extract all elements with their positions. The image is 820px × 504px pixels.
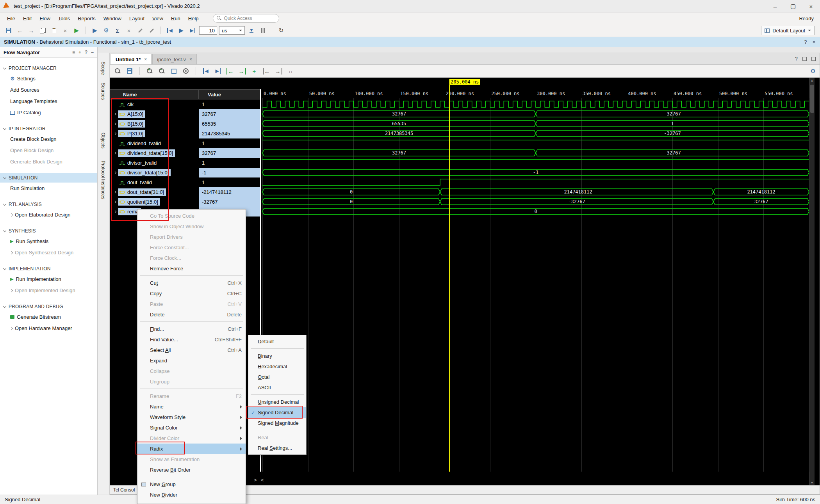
- menu-item-octal[interactable]: Octal: [248, 372, 306, 382]
- sidebar-item-create-block-design[interactable]: Create Block Design: [0, 133, 97, 145]
- sidebar-item-run-implementation[interactable]: ▶Run Implementation: [0, 273, 97, 285]
- menu-item-waveform-style[interactable]: Waveform Style: [137, 412, 246, 422]
- caption-close-icon[interactable]: ×: [812, 39, 815, 45]
- flow-section-title-synthesis[interactable]: SYNTHESIS: [0, 226, 97, 236]
- save-icon[interactable]: [4, 26, 13, 35]
- menu-item-show-in-object-window[interactable]: Show in Object Window: [137, 221, 246, 232]
- menubar-item-run[interactable]: Run: [167, 14, 184, 23]
- cancel-icon[interactable]: ×: [124, 26, 134, 35]
- menubar-item-layout[interactable]: Layout: [125, 14, 148, 23]
- menu-item-find-value[interactable]: Find Value...Ctrl+Shift+F: [137, 334, 246, 345]
- menu-item-paste[interactable]: PasteCtrl+V: [137, 299, 246, 309]
- signal-row[interactable]: clk1: [110, 99, 260, 109]
- run-for-time-icon[interactable]: ▼: [247, 26, 256, 35]
- menu-item-new-virtual-bus[interactable]: New Virtual Bus: [137, 500, 246, 504]
- expander-icon[interactable]: [112, 152, 118, 154]
- menu-item-unsigned-decimal[interactable]: Unsigned Decimal: [248, 397, 306, 407]
- menubar-item-file[interactable]: File: [3, 14, 19, 23]
- menu-item-select-all[interactable]: Select AllCtrl+A: [137, 345, 246, 355]
- flownav-help-icon[interactable]: ?: [85, 50, 87, 55]
- sidebar-item-open-hardware-manager[interactable]: Open Hardware Manager: [0, 323, 97, 334]
- menubar-item-tools[interactable]: Tools: [54, 14, 74, 23]
- expander-icon[interactable]: [112, 211, 118, 213]
- sidebar-item-run-synthesis[interactable]: ▶Run Synthesis: [0, 236, 97, 247]
- menu-item-find[interactable]: Find...Ctrl+F: [137, 324, 246, 334]
- tab-untitled-1[interactable]: Untitled 1*×: [111, 54, 152, 64]
- close-tab-icon[interactable]: ×: [144, 57, 147, 62]
- swap-cursor-icon[interactable]: ↔: [286, 66, 295, 76]
- menu-item-ungroup[interactable]: Ungroup: [137, 376, 246, 387]
- menubar-item-flow[interactable]: Flow: [36, 14, 54, 23]
- delete-icon[interactable]: ×: [61, 26, 70, 35]
- paste-icon[interactable]: [49, 26, 59, 35]
- flow-section-title-simulation[interactable]: SIMULATION: [0, 173, 97, 183]
- float-window-icon[interactable]: [802, 57, 807, 61]
- side-tab-protocol-instances[interactable]: Protocol Instances: [100, 161, 106, 199]
- expander-icon[interactable]: [112, 123, 118, 125]
- menu-item-collapse[interactable]: Collapse: [137, 366, 246, 376]
- simulation-time-input[interactable]: 10: [199, 26, 217, 35]
- previous-marker-icon[interactable]: ←: [262, 66, 271, 76]
- menu-item-name[interactable]: Name: [137, 401, 246, 412]
- scrollbar-thumb[interactable]: [810, 85, 814, 113]
- side-tab-objects[interactable]: Objects: [100, 133, 106, 149]
- scroll-left-icon[interactable]: <: [261, 477, 264, 483]
- undo-icon[interactable]: ←: [15, 26, 25, 35]
- menu-item-signed-magnitude[interactable]: Signed Magnitude: [248, 418, 306, 428]
- sidebar-item-generate-block-design[interactable]: Generate Block Design: [0, 156, 97, 167]
- zoom-in-icon[interactable]: +: [145, 66, 154, 76]
- menu-item-signal-color[interactable]: Signal Color: [137, 422, 246, 433]
- zoom-fit-icon[interactable]: [169, 66, 178, 76]
- run-all-icon[interactable]: ▶: [176, 26, 186, 35]
- restart-icon[interactable]: ▶: [90, 26, 100, 35]
- sidebar-item-open-elaborated-design[interactable]: Open Elaborated Design: [0, 209, 97, 220]
- zoom-to-cursor-icon[interactable]: [181, 66, 191, 76]
- flownav-minimize-icon[interactable]: –: [91, 50, 94, 55]
- time-cursor[interactable]: [449, 85, 450, 472]
- maximize-button[interactable]: ▢: [784, 0, 802, 12]
- next-marker-icon[interactable]: →: [274, 66, 283, 76]
- sidebar-item-open-implemented-design[interactable]: Open Implemented Design: [0, 285, 97, 296]
- menu-item-binary[interactable]: Binary: [248, 351, 306, 361]
- step-icon[interactable]: ▶: [188, 26, 197, 35]
- layout-selector[interactable]: Default Layout: [761, 26, 815, 35]
- time-unit-select[interactable]: us: [219, 26, 245, 35]
- menubar-item-view[interactable]: View: [148, 14, 167, 23]
- sidebar-item-generate-bitstream[interactable]: Generate Bitstream: [0, 311, 97, 323]
- value-column-header[interactable]: Value: [199, 89, 260, 99]
- previous-transition-icon[interactable]: ←: [225, 66, 235, 76]
- menu-item-delete[interactable]: DeleteDelete: [137, 309, 246, 320]
- flow-section-title-implementation[interactable]: IMPLEMENTATION: [0, 264, 97, 273]
- menu-item-expand[interactable]: Expand: [137, 355, 246, 366]
- scroll-right-icon[interactable]: >: [254, 477, 257, 483]
- menu-item-signed-decimal[interactable]: ✓Signed Decimal: [248, 407, 306, 418]
- signal-row[interactable]: dout_tdata[31:0]-2147418112: [110, 187, 260, 197]
- expander-icon[interactable]: [112, 191, 118, 193]
- name-column-header[interactable]: Name: [110, 89, 199, 99]
- vertical-scrollbar[interactable]: ▲ ▼: [809, 78, 815, 485]
- redo-icon[interactable]: →: [27, 26, 36, 35]
- flownav-expand-icon[interactable]: +: [78, 50, 81, 55]
- flownav-collapse-icon[interactable]: ≡: [72, 50, 75, 55]
- minimize-button[interactable]: –: [766, 0, 784, 12]
- signal-row[interactable]: B[15:0]65535: [110, 119, 260, 129]
- close-tab-icon[interactable]: ×: [189, 57, 192, 62]
- menu-item-ascii[interactable]: ASCII: [248, 382, 306, 393]
- signal-row[interactable]: dividend_tvalid1: [110, 138, 260, 148]
- menu-item-rename[interactable]: RenameF2: [137, 391, 246, 401]
- menu-item-show-as-enumeration[interactable]: Show as Enumeration: [137, 454, 246, 465]
- menu-item-reverse-bit-order[interactable]: Reverse Bit Order: [137, 465, 246, 475]
- expander-icon[interactable]: [112, 133, 118, 135]
- menu-item-copy[interactable]: CopyCtrl+C: [137, 288, 246, 299]
- expander-icon[interactable]: [112, 113, 118, 115]
- close-button[interactable]: ×: [802, 0, 820, 12]
- copy-icon[interactable]: [38, 26, 47, 35]
- restart-sim-icon[interactable]: ◀: [165, 26, 175, 35]
- caption-help-icon[interactable]: ?: [804, 39, 807, 45]
- signal-row[interactable]: divisor_tvalid1: [110, 158, 260, 168]
- pause-icon[interactable]: [258, 26, 267, 35]
- menu-item-divider-color[interactable]: Divider Color: [137, 433, 246, 444]
- panel-help-icon[interactable]: ?: [795, 56, 798, 62]
- menu-item-real-settings[interactable]: Real Settings...: [248, 443, 306, 453]
- quick-access-search[interactable]: Quick Access: [213, 14, 279, 23]
